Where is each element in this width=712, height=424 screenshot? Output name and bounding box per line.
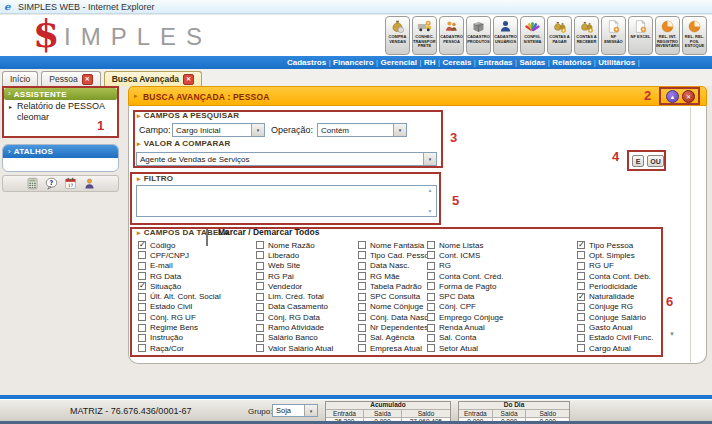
field-checkbox-row-nome-conjuge[interactable]: Nome Cônjuge	[358, 302, 433, 312]
grupo-select[interactable]: Soja	[272, 404, 318, 417]
tab-close-icon[interactable]	[183, 74, 194, 85]
toolbar-button-nf-emissao[interactable]: NF EMISSÃO	[601, 16, 626, 55]
field-checkbox[interactable]	[138, 251, 146, 259]
field-checkbox[interactable]	[256, 324, 264, 332]
field-checkbox[interactable]	[577, 334, 585, 342]
field-checkbox-row-lim-cred-total[interactable]: Lim. Créd. Total	[256, 291, 333, 301]
field-checkbox-row-cargo-atual[interactable]: Cargo Atual	[577, 343, 653, 353]
tab-close-icon[interactable]	[82, 74, 93, 85]
field-checkbox-row-ult-alt-cont-social[interactable]: Últ. Alt. Cont. Social	[138, 291, 221, 301]
field-checkbox-row-instrucao[interactable]: Instrução	[138, 333, 221, 343]
field-checkbox-row-rg-data[interactable]: RG Data	[138, 271, 221, 281]
field-checkbox-row-vendedor[interactable]: Vendedor	[256, 281, 333, 291]
field-checkbox-row-salario-banco[interactable]: Salário Banco	[256, 333, 333, 343]
field-checkbox[interactable]	[358, 251, 366, 259]
field-checkbox-row-forma-de-pagto[interactable]: Forma de Pagto	[427, 281, 503, 291]
field-checkbox[interactable]	[138, 334, 146, 342]
field-checkbox-row-codigo[interactable]: Código	[138, 240, 221, 250]
field-checkbox-row-conta-cont-deb[interactable]: Conta Cont. Déb.	[577, 271, 653, 281]
field-checkbox-row-rg[interactable]: RG	[427, 261, 503, 271]
field-checkbox[interactable]	[138, 303, 146, 311]
menu-item-utilitarios[interactable]: Utilitários	[598, 58, 635, 67]
menu-item-entradas[interactable]: Entradas	[478, 58, 512, 67]
menu-item-gerencial[interactable]: Gerencial	[380, 58, 416, 67]
field-checkbox[interactable]	[358, 272, 366, 280]
field-checkbox-row-tipo-pessoa[interactable]: Tipo Pessoa	[577, 240, 653, 250]
field-checkbox[interactable]	[256, 303, 264, 311]
field-checkbox-row-liberado[interactable]: Liberado	[256, 250, 333, 260]
toolbar-button-cadastro-pessoa[interactable]: CADASTRO PESSOA	[439, 16, 464, 55]
field-checkbox-row-renda-anual[interactable]: Renda Anual	[427, 322, 503, 332]
valor-select[interactable]: Agente de Vendas de Serviços	[136, 152, 437, 166]
field-checkbox[interactable]	[256, 251, 264, 259]
field-checkbox[interactable]	[427, 262, 435, 270]
field-checkbox-row-rg-uf[interactable]: RG UF	[577, 261, 653, 271]
field-checkbox[interactable]	[577, 313, 585, 321]
toolbar-button-contas-a-receber[interactable]: CONTAS A RECEBER	[574, 16, 599, 55]
field-checkbox[interactable]	[138, 262, 146, 270]
field-checkbox-row-nome-fantasia[interactable]: Nome Fantasia	[358, 240, 433, 250]
field-checkbox[interactable]	[427, 282, 435, 290]
field-checkbox[interactable]	[358, 241, 366, 249]
assistente-report-user[interactable]: cleomar	[17, 112, 49, 122]
operator-ou-button[interactable]: OU	[647, 155, 664, 167]
field-checkbox[interactable]	[138, 282, 146, 290]
assistente-header[interactable]: ASSISTENTE	[4, 88, 117, 100]
field-checkbox[interactable]	[256, 293, 264, 301]
field-checkbox[interactable]	[577, 241, 585, 249]
field-checkbox[interactable]	[577, 344, 585, 352]
menu-item-cadastros[interactable]: Cadastros	[287, 58, 326, 67]
tab-inicio[interactable]: Início	[2, 71, 38, 86]
atalhos-header[interactable]: ATALHOS	[3, 145, 118, 158]
field-checkbox[interactable]	[427, 303, 435, 311]
filtro-textarea[interactable]	[136, 185, 437, 217]
assistente-report-link[interactable]: Relatório de PESSOA	[17, 101, 105, 111]
field-checkbox[interactable]	[427, 344, 435, 352]
field-checkbox[interactable]	[256, 262, 264, 270]
toolbar-button-rel-int-registro-inventario[interactable]: REL. INT. REGISTRO INVENTÁRIO	[655, 16, 680, 55]
field-checkbox-row-conj-rg-data[interactable]: Cônj. RG Data	[256, 312, 333, 322]
field-checkbox-row-valor-salario-atual[interactable]: Valor Salário Atual	[256, 343, 333, 353]
toolbar-button-contas-a-pagar[interactable]: CONTAS A PAGAR	[547, 16, 572, 55]
menu-item-cereais[interactable]: Cereais	[442, 58, 471, 67]
field-checkbox[interactable]	[427, 324, 435, 332]
menu-item-relatorios[interactable]: Relatórios	[552, 58, 591, 67]
field-checkbox-row-emprego-conjuge[interactable]: Emprego Cônjuge	[427, 312, 503, 322]
field-checkbox[interactable]	[138, 324, 146, 332]
field-checkbox[interactable]	[577, 293, 585, 301]
field-checkbox-row-spc-consulta[interactable]: SPC Consulta	[358, 291, 433, 301]
field-checkbox-row-conta-cont-cred[interactable]: Conta Cont. Créd.	[427, 271, 503, 281]
field-checkbox-row-empresa-atual[interactable]: Empresa Atual	[358, 343, 433, 353]
field-checkbox[interactable]	[427, 334, 435, 342]
tab-busca-avancada[interactable]: Busca Avançada	[104, 71, 202, 86]
field-checkbox[interactable]	[358, 313, 366, 321]
field-checkbox-row-estado-civil[interactable]: Estado Civil	[138, 302, 221, 312]
campo-select[interactable]: Cargo Inicial	[172, 123, 265, 137]
collapse-button[interactable]	[666, 90, 679, 103]
tab-pessoa[interactable]: Pessoa	[41, 71, 100, 86]
field-checkbox-row-spc-data[interactable]: SPC Data	[427, 291, 503, 301]
field-checkbox-row-regime-bens[interactable]: Regime Bens	[138, 322, 221, 332]
field-checkbox-row-conj-rg-uf[interactable]: Cônj. RG UF	[138, 312, 221, 322]
scroll-down-icon[interactable]	[428, 209, 433, 214]
field-checkbox[interactable]	[427, 293, 435, 301]
field-checkbox[interactable]	[138, 272, 146, 280]
field-checkbox[interactable]	[427, 251, 435, 259]
operacao-select[interactable]: Contém	[317, 123, 407, 137]
field-checkbox-row-ramo-atividade[interactable]: Ramo Atividade	[256, 322, 333, 332]
field-checkbox-row-web-site[interactable]: Web Site	[256, 261, 333, 271]
field-checkbox[interactable]	[358, 303, 366, 311]
field-checkbox-row-nr-dependentes[interactable]: Nr Dependentes	[358, 322, 433, 332]
field-checkbox[interactable]	[256, 241, 264, 249]
user-icon[interactable]	[83, 177, 96, 190]
field-checkbox-row-sal-agencia[interactable]: Sal. Agência	[358, 333, 433, 343]
toolbar-button-rel-rel-pos-estoque[interactable]: REL. REL. POS. ESTOQUE	[682, 16, 707, 55]
field-checkbox[interactable]	[138, 241, 146, 249]
scroll-up-icon[interactable]	[428, 188, 433, 193]
field-checkbox-row-conjuge-rg[interactable]: Cônjuge RG	[577, 302, 653, 312]
menu-item-saidas[interactable]: Saídas	[519, 58, 545, 67]
toolbar-button-config-sistema[interactable]: CONFIG. SISTEMA	[520, 16, 545, 55]
field-checkbox[interactable]	[427, 241, 435, 249]
field-checkbox[interactable]	[358, 324, 366, 332]
field-checkbox[interactable]	[358, 293, 366, 301]
